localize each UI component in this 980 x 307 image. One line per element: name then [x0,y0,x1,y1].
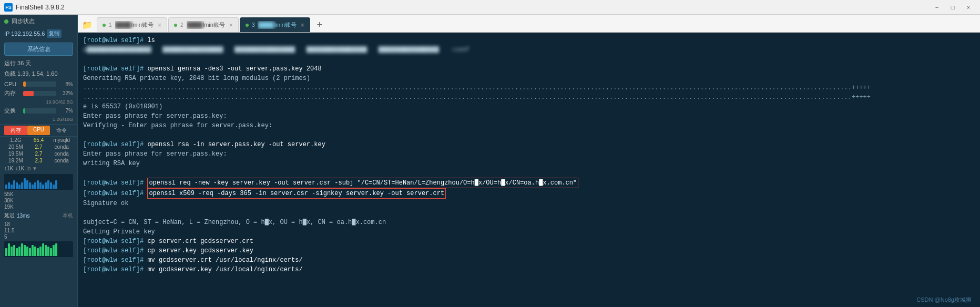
lat-num2: 11.5 [4,228,73,233]
lat-graph [4,241,73,257]
tab-close-button[interactable]: × [229,22,233,29]
command-text: openssl x509 -req -days 365 -in server.c… [147,190,446,197]
terminal-line [83,208,975,218]
lat-bar [50,248,52,256]
terminal-line: [root@wlw self]# ls [83,36,975,45]
proc-cpu-cell: 2.7 [27,151,50,157]
tab-label: ████lmin账号 [187,21,225,29]
add-tab-button[interactable]: + [312,17,327,32]
tab-num: 1 [109,22,112,28]
app-icon: FS [4,3,13,12]
terminal-line: [root@wlw self]# openssl genrsa -des3 -o… [83,64,975,74]
cpu-label: CPU [4,81,21,87]
net-bar [37,180,39,189]
net-bar [39,182,42,189]
tab-3[interactable]: 3████lmin账号× [240,17,310,32]
mem-value: 32% [58,90,73,96]
terminal-line: [root@wlw self]# openssl req -new -key s… [83,178,975,188]
tab-2[interactable]: 2████lmin账号× [168,17,239,32]
terminal-line: ........................................… [83,93,975,102]
net-bar [16,182,18,189]
output-text: Enter pass phrase for server.pass.key: [83,112,227,120]
ip-address: IP 192.192.55.6 [4,30,45,37]
load-text: 负载 1.39, 1.54, 1.60 [4,70,58,77]
net-bar [13,180,15,189]
lat-label: 延迟 [4,212,15,219]
content-area: 📁 1████lmin账号×2████lmin账号×3████lmin账号× +… [78,15,980,307]
copy-ip-button[interactable]: 复制 [47,29,62,38]
sys-info-button[interactable]: 系统信息 [4,43,73,56]
net-bar [32,185,34,189]
close-button[interactable]: × [961,2,976,13]
process-row: 19.5M 2.7 conda [0,150,77,157]
tab-close-button[interactable]: × [301,22,304,29]
terminal-line: ........................................… [83,83,975,93]
output-text: Getting Private key [83,228,155,236]
cpu-bar-wrap [23,81,56,87]
proc-mem-cell: 1.2G [4,137,27,143]
terminal[interactable]: [root@wlw self]# lsa█████████████████ ██… [78,33,980,307]
proc-mem-cell: 19.2M [4,158,27,163]
terminal-line: subject=C = CN, ST = HeNan, L = Zhengzho… [83,218,975,227]
lat-bar [42,243,44,256]
cpu-value: 8% [58,81,73,87]
process-table-header: 内存 CPU 命令 [0,124,77,137]
net-down-label: ↓1K [15,166,24,171]
lat-bar [11,247,13,256]
prompt: [root@wlw self]# [83,266,147,273]
proc-mem-cell: 19.5M [4,151,27,157]
lat-bar [45,245,47,256]
lat-bar [32,245,34,256]
net-bar [5,185,7,189]
lat-bar [39,247,42,256]
folder-button[interactable]: 📁 [80,17,95,32]
swap-metric-row: 交换 7% [0,106,77,116]
load-row: 负载 1.39, 1.54, 1.60 [0,69,77,80]
terminal-line: [root@wlw self]# cp server.key gcdsserve… [83,246,975,255]
command-text: ls [147,37,155,44]
proc-cmd-cell: conda [50,151,73,157]
terminal-line: Getting Private key [83,227,975,237]
terminal-line: Enter pass phrase for server.pass.key: [83,111,975,121]
net-val-item: 38K [4,198,73,203]
lat-bar [47,247,49,256]
output-text: Enter pass phrase for server.pass.key: [83,150,227,158]
sync-indicator [4,19,8,24]
output-text: Generating RSA private key, 2048 bit lon… [83,75,310,82]
lat-bar [26,247,28,256]
output-text: subject=C = CN, ST = HeNan, L = Zhengzho… [83,219,386,226]
tab-num: 2 [180,22,183,28]
cpu-metric-row: CPU 8% [0,80,77,88]
lat-bar [5,248,7,256]
lat-bar [34,247,36,256]
swap-value: 7% [58,108,73,114]
net-bar [55,180,57,189]
app-title: FinalShell 3.9.8.2 [16,4,930,11]
proc-cpu-header[interactable]: CPU [27,126,50,135]
net-bar [50,182,52,189]
prompt: [root@wlw self]# [83,247,147,254]
output-text: Signature ok [83,200,128,207]
tab-label: ████lmin账号 [115,21,154,29]
net-bar [47,180,49,189]
net-val-item: 55K [4,191,73,197]
lat-bar [16,248,18,256]
process-row: 19.2M 2.3 conda [0,157,77,164]
proc-cmd-header: 命令 [50,126,73,135]
swap-detail: 1.2G/18G [53,117,73,122]
titlebar: FS FinalShell 3.9.8.2 − □ × [0,0,980,15]
proc-cpu-cell: 2.3 [27,158,50,163]
tab-1[interactable]: 1████lmin账号× [97,17,167,32]
tab-close-button[interactable]: × [158,22,161,29]
dots-line: ........................................… [83,84,871,91]
sidebar: 同步状态 IP 192.192.55.6 复制 系统信息 运行 36 天 负载 … [0,15,78,307]
tabs-container: 1████lmin账号×2████lmin账号×3████lmin账号× [97,17,311,32]
proc-mem-header[interactable]: 内存 [4,126,27,135]
mem-bar-wrap [23,91,56,96]
mem-bar [23,91,34,96]
net-io-label[interactable]: lo ▼ [26,166,37,171]
minimize-button[interactable]: − [930,2,944,13]
dots-line: ........................................… [83,94,871,101]
maximize-button[interactable]: □ [945,2,960,13]
tab-dot [174,24,177,27]
